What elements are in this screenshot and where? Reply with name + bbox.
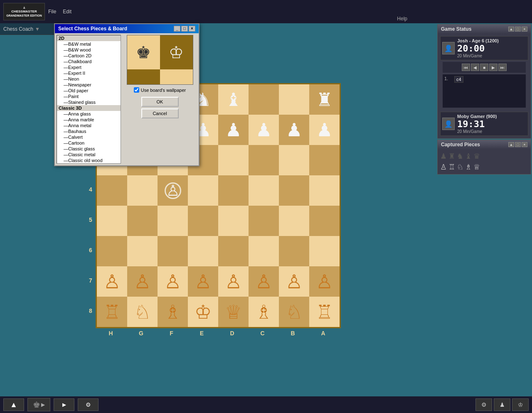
square-f8[interactable]: ♗ — [249, 297, 279, 327]
square-h1[interactable]: ♜ — [309, 84, 340, 115]
square-f4[interactable] — [249, 175, 279, 206]
square-e4[interactable] — [218, 175, 249, 206]
square-f7[interactable]: ♙ — [249, 266, 279, 297]
square-g1[interactable] — [279, 84, 309, 115]
list-item-classic-wood[interactable]: —Classic wood — [57, 163, 121, 164]
wallpaper-checkbox[interactable] — [134, 87, 139, 93]
square-e6[interactable] — [218, 236, 249, 266]
list-item-classic-metal[interactable]: —Classic metal — [57, 152, 121, 157]
list-item-paint[interactable]: —Paint — [57, 93, 121, 99]
wallpaper-checkbox-row[interactable]: Use board's wallpaper — [134, 86, 186, 93]
square-c5[interactable] — [158, 206, 188, 236]
square-f6[interactable] — [249, 236, 279, 266]
list-item-bauhaus[interactable]: —Bauhaus — [57, 128, 121, 134]
square-g2[interactable]: ♟ — [279, 115, 309, 145]
gs-restore-btn[interactable]: □ — [515, 27, 521, 32]
square-e5[interactable] — [218, 206, 249, 236]
list-item-newspaper[interactable]: —Newspaper — [57, 82, 121, 88]
square-a7[interactable]: ♙ — [97, 266, 127, 297]
square-d8[interactable]: ♔ — [188, 297, 218, 327]
list-item-classic-old-wood[interactable]: —Classic old wood — [57, 157, 121, 163]
square-h3[interactable] — [309, 145, 340, 175]
list-item-chalkboard[interactable]: —Chalkboard — [57, 59, 121, 64]
square-h6[interactable] — [309, 236, 340, 266]
square-g6[interactable] — [279, 236, 309, 266]
list-item-stained-glass[interactable]: —Stained glass — [57, 99, 121, 105]
square-b6[interactable] — [127, 236, 158, 266]
list-item-cartoon[interactable]: —Cartoon — [57, 140, 121, 146]
list-item-cartoon-2d[interactable]: —Cartoon 2D — [57, 53, 121, 59]
square-d4[interactable] — [188, 175, 218, 206]
list-item-anna-glass[interactable]: —Anna glass — [57, 111, 121, 117]
dialog-minimize-btn[interactable]: _ — [174, 26, 180, 32]
br-btn-3[interactable]: ♔ — [512, 398, 529, 411]
list-item-bw-wood[interactable]: —B&W wood — [57, 47, 121, 53]
square-e2[interactable]: ♟ — [218, 115, 249, 145]
br-btn-2[interactable]: ♟ — [494, 398, 510, 411]
dialog-close-btn[interactable]: × — [189, 26, 195, 32]
move-value[interactable]: c4 — [454, 76, 463, 83]
square-g5[interactable] — [279, 206, 309, 236]
br-btn-1[interactable]: ⚙ — [475, 398, 492, 411]
help-menu[interactable]: Help — [397, 16, 407, 22]
square-b7[interactable]: ♙ — [127, 266, 158, 297]
square-g3[interactable] — [279, 145, 309, 175]
cap-minimize-btn[interactable]: ▲ — [508, 142, 514, 147]
list-item-anna-marble[interactable]: —Anna marble — [57, 117, 121, 123]
square-a5[interactable] — [97, 206, 127, 236]
square-g4[interactable] — [279, 175, 309, 206]
list-item-calvert[interactable]: —Calvert — [57, 134, 121, 140]
list-item-neon[interactable]: —Neon — [57, 76, 121, 82]
list-item-classic-glass[interactable]: —Classic glass — [57, 146, 121, 152]
play-btn[interactable]: ▶ — [54, 398, 74, 411]
gear-btn[interactable]: ⚙ — [78, 398, 99, 411]
square-c8[interactable]: ♗ — [158, 297, 188, 327]
square-a6[interactable] — [97, 236, 127, 266]
ctrl-fwd[interactable]: ⏭ — [498, 64, 507, 71]
list-item-expert[interactable]: —Expert — [57, 64, 121, 70]
cancel-button[interactable]: Cancel — [141, 108, 179, 118]
square-c7[interactable]: ♙ — [158, 266, 188, 297]
list-item-expert-2[interactable]: —Expert II — [57, 70, 121, 76]
list-item-anna-metal[interactable]: —Anna metal — [57, 123, 121, 128]
ctrl-prev[interactable]: ◀ — [471, 64, 479, 71]
square-f5[interactable] — [249, 206, 279, 236]
square-e1[interactable]: ♝ — [218, 84, 249, 115]
square-a8[interactable]: ♖ — [97, 297, 127, 327]
square-d6[interactable] — [188, 236, 218, 266]
square-e7[interactable]: ♙ — [218, 266, 249, 297]
square-a4[interactable] — [97, 175, 127, 206]
square-c4[interactable]: ♙ — [158, 175, 188, 206]
piece-list[interactable]: 2D —B&W metal —B&W wood —Cartoon 2D —Cha… — [57, 35, 121, 164]
file-menu[interactable]: File — [48, 9, 56, 15]
ctrl-stop[interactable]: ■ — [480, 64, 488, 71]
square-c6[interactable] — [158, 236, 188, 266]
square-b8[interactable]: ♘ — [127, 297, 158, 327]
cap-close-btn[interactable]: × — [522, 142, 527, 147]
gs-minimize-btn[interactable]: ▲ — [508, 27, 514, 32]
dialog-maximize-btn[interactable]: □ — [181, 26, 188, 32]
list-item-bw-metal[interactable]: —B&W metal — [57, 41, 121, 47]
square-f1[interactable] — [249, 84, 279, 115]
square-d5[interactable] — [188, 206, 218, 236]
square-d7[interactable]: ♙ — [188, 266, 218, 297]
square-g7[interactable]: ♙ — [279, 266, 309, 297]
square-h4[interactable] — [309, 175, 340, 206]
square-h5[interactable] — [309, 206, 340, 236]
gs-close-btn[interactable]: × — [522, 27, 527, 32]
square-g8[interactable]: ♘ — [279, 297, 309, 327]
scroll-up-btn[interactable]: ▲ — [3, 398, 24, 411]
square-h8[interactable]: ♖ — [309, 297, 340, 327]
square-b5[interactable] — [127, 206, 158, 236]
square-f2[interactable]: ♟ — [249, 115, 279, 145]
edit-menu[interactable]: Edit — [63, 9, 71, 15]
square-h7[interactable]: ♙ — [309, 266, 340, 297]
ctrl-next[interactable]: ▶ — [489, 64, 498, 71]
square-b4[interactable] — [127, 175, 158, 206]
square-f3[interactable] — [249, 145, 279, 175]
square-e8[interactable]: ♕ — [218, 297, 249, 327]
cap-restore-btn[interactable]: □ — [515, 142, 521, 147]
ctrl-rewind[interactable]: ⏮ — [462, 64, 470, 71]
square-e3[interactable] — [218, 145, 249, 175]
list-item-old-paper[interactable]: —Old paper — [57, 88, 121, 93]
